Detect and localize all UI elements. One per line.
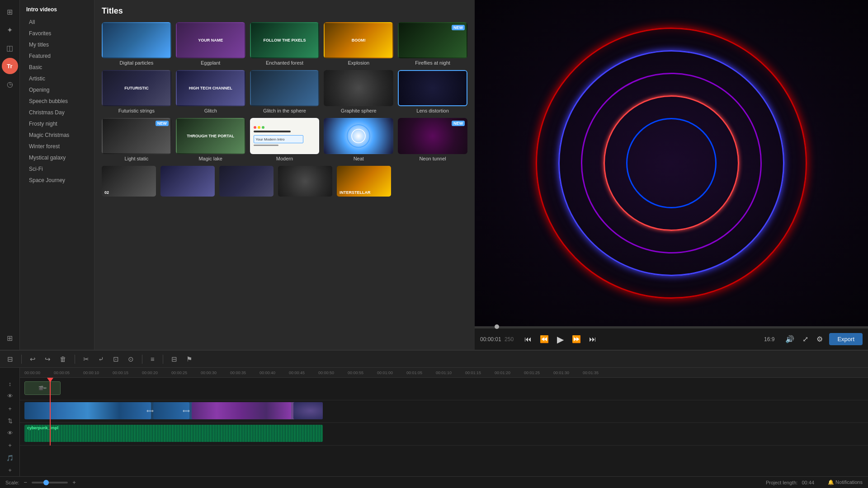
align-button[interactable]: ≡ bbox=[148, 353, 157, 365]
sidebar-item-all[interactable]: All bbox=[23, 17, 91, 28]
sidebar-item-magic-christmas[interactable]: Magic Christmas bbox=[23, 130, 91, 141]
scale-slider-thumb[interactable] bbox=[43, 480, 49, 485]
avatar-icon[interactable]: Tr bbox=[2, 58, 18, 74]
tracks-area: 🎬✏ ⟺ ⟺ bbox=[20, 378, 868, 446]
tile-glitch-in-sphere[interactable]: Glitch in the sphere bbox=[250, 70, 320, 113]
sidebar-item-mystical-galaxy[interactable]: Mystical galaxy bbox=[23, 152, 91, 163]
track-audio-icon[interactable]: 🎵 bbox=[0, 452, 20, 464]
sidebar-item-winter-forest[interactable]: Winter forest bbox=[23, 141, 91, 152]
tile-explosion[interactable]: BOOM!Explosion bbox=[324, 22, 393, 66]
tile-digital-particles[interactable]: Digital particles bbox=[102, 22, 171, 66]
copy-button[interactable]: ⤶ bbox=[95, 353, 107, 365]
sidebar-item-artistic[interactable]: Artistic bbox=[23, 73, 91, 84]
ruler-mark: 00:01:20 bbox=[495, 371, 524, 375]
track-add-2[interactable]: + bbox=[0, 439, 20, 451]
tile-lens-distortion[interactable]: Lens distortion bbox=[398, 70, 467, 113]
prev-frame-button[interactable]: ⏪ bbox=[538, 333, 551, 345]
aspect-ratio: 16:9 bbox=[764, 336, 774, 343]
title-track: 🎬✏ bbox=[20, 378, 868, 400]
tile-neat[interactable]: Neat bbox=[324, 118, 393, 161]
sidebar-item-space-journey[interactable]: Space Journey bbox=[23, 175, 91, 186]
magic-icon[interactable]: ✦ bbox=[2, 22, 18, 38]
tile-label-magic-lake: Magic lake bbox=[176, 156, 245, 161]
scale-slider[interactable] bbox=[32, 482, 68, 483]
settings-adjust-button[interactable]: ⊟ bbox=[5, 353, 16, 365]
bottom-tile-tile-b4[interactable] bbox=[278, 166, 332, 197]
titles-heading: Titles bbox=[102, 6, 467, 16]
delete-button[interactable]: 🗑 bbox=[57, 353, 69, 365]
video-clip[interactable]: ⟺ ⟺ bbox=[24, 402, 323, 419]
cut-button[interactable]: ✂ bbox=[80, 353, 92, 365]
sidebar-item-my-titles[interactable]: My titles bbox=[23, 39, 91, 50]
export-button[interactable]: Export bbox=[829, 333, 863, 345]
skip-back-button[interactable]: ⏮ bbox=[523, 333, 533, 345]
ruler-mark: 00:00:50 bbox=[318, 371, 348, 375]
ruler-mark: 00:00:45 bbox=[289, 371, 318, 375]
ruler-mark: 00:00:55 bbox=[348, 371, 377, 375]
zoom-control[interactable]: ↕ bbox=[0, 378, 20, 390]
scale-plus-button[interactable]: + bbox=[72, 479, 76, 486]
sidebar-item-frosty-night[interactable]: Frosty night bbox=[23, 118, 91, 129]
settings-button[interactable]: ⚙ bbox=[815, 333, 825, 345]
crop-button[interactable]: ⊡ bbox=[110, 353, 122, 365]
next-frame-button[interactable]: ⏩ bbox=[570, 333, 583, 345]
fullscreen-button[interactable]: ⤢ bbox=[801, 333, 810, 345]
apps-icon[interactable]: ⊞ bbox=[2, 330, 18, 346]
bottom-tile-tile-b5[interactable]: INTERSTELLAR bbox=[337, 166, 391, 197]
tile-label-neon-tunnel: Neon tunnel bbox=[398, 156, 467, 161]
playhead-bar[interactable] bbox=[475, 326, 868, 328]
video-track-content: ⟺ ⟺ bbox=[20, 400, 868, 422]
tile-light-static[interactable]: NEWLight static bbox=[102, 118, 171, 161]
audio-track: cyberpunk_impl bbox=[20, 423, 868, 446]
track-move-1[interactable]: ⇅ bbox=[0, 415, 20, 427]
tile-neon-tunnel[interactable]: NEWNeon tunnel bbox=[398, 118, 467, 161]
scale-minus-button[interactable]: − bbox=[24, 479, 28, 486]
play-button[interactable]: ▶ bbox=[555, 332, 566, 347]
flag-button[interactable]: ⚑ bbox=[184, 353, 195, 365]
track-add-1[interactable]: + bbox=[0, 403, 20, 415]
tile-fireflies-at-night[interactable]: NEWFireflies at night bbox=[398, 22, 467, 66]
tile-eggplant[interactable]: YOUR NAMEEggplant bbox=[176, 22, 245, 66]
sidebar-item-favorites[interactable]: Favorites bbox=[23, 28, 91, 39]
bottom-tile-tile-b2[interactable] bbox=[160, 166, 215, 197]
tile-futuristic-strings[interactable]: FUTURISTICFuturistic strings bbox=[102, 70, 171, 113]
audio-clip[interactable]: cyberpunk_impl bbox=[24, 425, 323, 442]
redo-button[interactable]: ↪ bbox=[42, 353, 53, 365]
track-add-3[interactable]: + bbox=[0, 464, 20, 476]
bottom-tile-tile-b3[interactable] bbox=[219, 166, 274, 197]
notifications-button[interactable]: 🔔 Notifications bbox=[828, 479, 863, 485]
tile-label-lens-distortion: Lens distortion bbox=[398, 108, 467, 113]
volume-button[interactable]: 🔊 bbox=[783, 333, 796, 345]
tile-graphite-sphere[interactable]: Graphite sphere bbox=[324, 70, 393, 113]
insert-button[interactable]: ⊟ bbox=[169, 353, 180, 365]
ruler-mark: 00:01:10 bbox=[436, 371, 465, 375]
ring5 bbox=[626, 118, 717, 208]
sidebar-item-christmas-day[interactable]: Christmas Day bbox=[23, 107, 91, 118]
track-eye-2[interactable]: 👁 bbox=[0, 427, 20, 439]
sidebar-item-sci-fi[interactable]: Sci-Fi bbox=[23, 164, 91, 174]
timer-button[interactable]: ⊙ bbox=[125, 353, 137, 365]
tile-magic-lake[interactable]: THROUGH THE PORTALMagic lake bbox=[176, 118, 245, 161]
bottom-tiles-row: 02INTERSTELLAR bbox=[102, 166, 467, 197]
tile-enchanted-forest[interactable]: FOLLOW THE PIXELSEnchanted forest bbox=[250, 22, 320, 66]
grid-icon[interactable]: ⊞ bbox=[2, 4, 18, 20]
layers-icon[interactable]: ◫ bbox=[2, 40, 18, 56]
tile-label-graphite-sphere: Graphite sphere bbox=[324, 108, 393, 113]
playhead-position[interactable] bbox=[495, 324, 499, 329]
preview-area bbox=[475, 0, 868, 326]
sidebar-item-speech-bubbles[interactable]: Speech bubbles bbox=[23, 96, 91, 107]
clock-icon[interactable]: ◷ bbox=[2, 76, 18, 92]
playhead-line[interactable] bbox=[50, 378, 51, 446]
sidebar-item-basic[interactable]: Basic bbox=[23, 62, 91, 73]
track-eye-1[interactable]: 👁 bbox=[0, 390, 20, 402]
sidebar-item-featured[interactable]: Featured bbox=[23, 51, 91, 61]
sidebar-item-opening[interactable]: Opening bbox=[23, 84, 91, 95]
bottom-tile-tile-b1[interactable]: 02 bbox=[102, 166, 156, 197]
tile-glitch[interactable]: HIGH TECH CHANNELGlitch bbox=[176, 70, 245, 113]
title-clip[interactable]: 🎬✏ bbox=[24, 381, 61, 395]
tile-modern[interactable]: Your Modern IntroModern bbox=[250, 118, 320, 161]
ruler-mark: 00:00:10 bbox=[83, 371, 113, 375]
undo-button[interactable]: ↩ bbox=[27, 353, 38, 365]
skip-fwd-button[interactable]: ⏭ bbox=[587, 333, 598, 345]
tile-label-light-static: Light static bbox=[102, 156, 171, 161]
